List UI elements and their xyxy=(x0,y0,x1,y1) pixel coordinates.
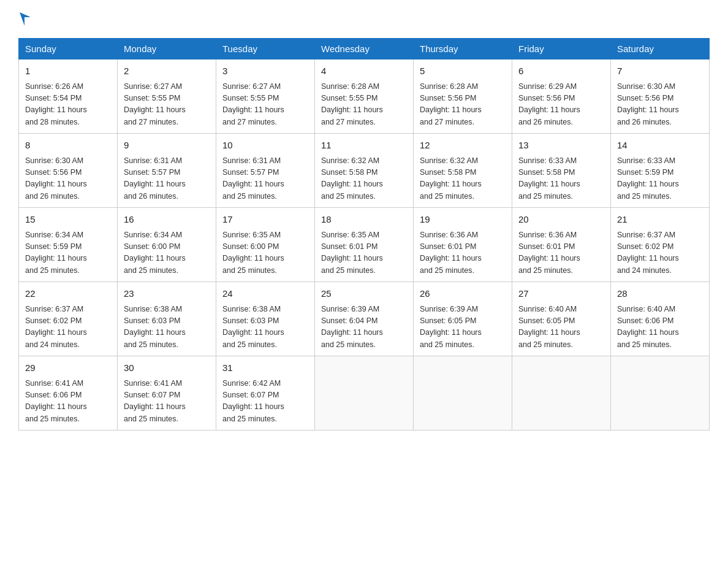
day-info: Sunrise: 6:30 AMSunset: 5:56 PMDaylight:… xyxy=(617,81,703,129)
day-info: Sunrise: 6:39 AMSunset: 6:04 PMDaylight:… xyxy=(321,304,407,351)
day-number: 27 xyxy=(518,287,604,301)
day-number: 30 xyxy=(124,361,210,375)
day-number: 25 xyxy=(321,287,407,301)
calendar-cell: 31Sunrise: 6:42 AMSunset: 6:07 PMDayligh… xyxy=(216,356,315,431)
calendar-cell xyxy=(611,356,710,431)
day-number: 4 xyxy=(321,64,407,79)
calendar-cell: 8Sunrise: 6:30 AMSunset: 5:56 PMDaylight… xyxy=(19,134,118,208)
calendar-header-row: SundayMondayTuesdayWednesdayThursdayFrid… xyxy=(19,39,710,59)
day-info: Sunrise: 6:36 AMSunset: 6:01 PMDaylight:… xyxy=(420,229,506,277)
calendar-week-row: 29Sunrise: 6:41 AMSunset: 6:06 PMDayligh… xyxy=(19,356,710,431)
day-info: Sunrise: 6:38 AMSunset: 6:03 PMDaylight:… xyxy=(124,304,210,351)
day-number: 17 xyxy=(222,213,308,227)
calendar-cell: 24Sunrise: 6:38 AMSunset: 6:03 PMDayligh… xyxy=(216,282,315,356)
day-info: Sunrise: 6:30 AMSunset: 5:56 PMDaylight:… xyxy=(25,155,111,203)
day-number: 15 xyxy=(25,213,111,227)
calendar-day-header: Wednesday xyxy=(315,39,414,59)
day-info: Sunrise: 6:41 AMSunset: 6:06 PMDaylight:… xyxy=(25,378,111,426)
day-info: Sunrise: 6:35 AMSunset: 6:00 PMDaylight:… xyxy=(222,229,308,277)
day-number: 23 xyxy=(124,287,210,301)
day-info: Sunrise: 6:33 AMSunset: 5:58 PMDaylight:… xyxy=(518,155,604,203)
day-number: 12 xyxy=(420,139,506,153)
calendar-cell: 6Sunrise: 6:29 AMSunset: 5:56 PMDaylight… xyxy=(512,59,611,134)
day-info: Sunrise: 6:26 AMSunset: 5:54 PMDaylight:… xyxy=(25,81,111,129)
calendar-week-row: 22Sunrise: 6:37 AMSunset: 6:02 PMDayligh… xyxy=(19,282,710,356)
calendar-cell: 26Sunrise: 6:39 AMSunset: 6:05 PMDayligh… xyxy=(414,282,512,356)
calendar-cell: 7Sunrise: 6:30 AMSunset: 5:56 PMDaylight… xyxy=(611,59,710,134)
day-number: 22 xyxy=(25,287,111,301)
logo-icon xyxy=(20,12,33,26)
page-header xyxy=(18,12,710,26)
day-info: Sunrise: 6:42 AMSunset: 6:07 PMDaylight:… xyxy=(222,378,308,426)
day-info: Sunrise: 6:38 AMSunset: 6:03 PMDaylight:… xyxy=(222,304,308,351)
day-info: Sunrise: 6:34 AMSunset: 5:59 PMDaylight:… xyxy=(25,229,111,277)
calendar-cell: 14Sunrise: 6:33 AMSunset: 5:59 PMDayligh… xyxy=(611,134,710,208)
day-info: Sunrise: 6:35 AMSunset: 6:01 PMDaylight:… xyxy=(321,229,407,277)
day-number: 9 xyxy=(124,139,210,153)
calendar-cell: 27Sunrise: 6:40 AMSunset: 6:05 PMDayligh… xyxy=(512,282,611,356)
day-number: 21 xyxy=(617,213,703,227)
day-info: Sunrise: 6:31 AMSunset: 5:57 PMDaylight:… xyxy=(222,155,308,203)
calendar-cell: 16Sunrise: 6:34 AMSunset: 6:00 PMDayligh… xyxy=(118,208,216,282)
calendar-cell: 21Sunrise: 6:37 AMSunset: 6:02 PMDayligh… xyxy=(611,208,710,282)
day-number: 5 xyxy=(420,64,506,79)
calendar-cell: 25Sunrise: 6:39 AMSunset: 6:04 PMDayligh… xyxy=(315,282,414,356)
calendar-day-header: Friday xyxy=(512,39,611,59)
day-number: 20 xyxy=(518,213,604,227)
calendar-cell xyxy=(414,356,512,431)
calendar-cell: 13Sunrise: 6:33 AMSunset: 5:58 PMDayligh… xyxy=(512,134,611,208)
day-number: 18 xyxy=(321,213,407,227)
day-info: Sunrise: 6:27 AMSunset: 5:55 PMDaylight:… xyxy=(222,81,308,129)
day-info: Sunrise: 6:39 AMSunset: 6:05 PMDaylight:… xyxy=(420,304,506,351)
day-info: Sunrise: 6:37 AMSunset: 6:02 PMDaylight:… xyxy=(617,229,703,277)
day-number: 13 xyxy=(518,139,604,153)
day-number: 1 xyxy=(25,64,111,79)
calendar-cell: 2Sunrise: 6:27 AMSunset: 5:55 PMDaylight… xyxy=(118,59,216,134)
calendar-week-row: 8Sunrise: 6:30 AMSunset: 5:56 PMDaylight… xyxy=(19,134,710,208)
calendar-cell xyxy=(512,356,611,431)
day-info: Sunrise: 6:41 AMSunset: 6:07 PMDaylight:… xyxy=(124,378,210,426)
day-number: 10 xyxy=(222,139,308,153)
calendar-day-header: Sunday xyxy=(19,39,118,59)
calendar-week-row: 15Sunrise: 6:34 AMSunset: 5:59 PMDayligh… xyxy=(19,208,710,282)
day-info: Sunrise: 6:28 AMSunset: 5:55 PMDaylight:… xyxy=(321,81,407,129)
logo xyxy=(18,12,33,26)
day-info: Sunrise: 6:37 AMSunset: 6:02 PMDaylight:… xyxy=(25,304,111,351)
day-info: Sunrise: 6:36 AMSunset: 6:01 PMDaylight:… xyxy=(518,229,604,277)
calendar-day-header: Monday xyxy=(118,39,216,59)
day-info: Sunrise: 6:28 AMSunset: 5:56 PMDaylight:… xyxy=(420,81,506,129)
calendar-day-header: Thursday xyxy=(414,39,512,59)
day-info: Sunrise: 6:33 AMSunset: 5:59 PMDaylight:… xyxy=(617,155,703,203)
calendar-cell: 28Sunrise: 6:40 AMSunset: 6:06 PMDayligh… xyxy=(611,282,710,356)
calendar-cell: 3Sunrise: 6:27 AMSunset: 5:55 PMDaylight… xyxy=(216,59,315,134)
day-number: 8 xyxy=(25,139,111,153)
calendar-cell: 15Sunrise: 6:34 AMSunset: 5:59 PMDayligh… xyxy=(19,208,118,282)
calendar-cell: 4Sunrise: 6:28 AMSunset: 5:55 PMDaylight… xyxy=(315,59,414,134)
day-info: Sunrise: 6:32 AMSunset: 5:58 PMDaylight:… xyxy=(321,155,407,203)
day-number: 11 xyxy=(321,139,407,153)
day-number: 19 xyxy=(420,213,506,227)
day-number: 16 xyxy=(124,213,210,227)
calendar-cell: 11Sunrise: 6:32 AMSunset: 5:58 PMDayligh… xyxy=(315,134,414,208)
day-number: 31 xyxy=(222,361,308,375)
calendar-day-header: Saturday xyxy=(611,39,710,59)
day-number: 26 xyxy=(420,287,506,301)
day-number: 3 xyxy=(222,64,308,79)
day-number: 28 xyxy=(617,287,703,301)
calendar-cell: 30Sunrise: 6:41 AMSunset: 6:07 PMDayligh… xyxy=(118,356,216,431)
day-info: Sunrise: 6:40 AMSunset: 6:06 PMDaylight:… xyxy=(617,304,703,351)
calendar-cell: 19Sunrise: 6:36 AMSunset: 6:01 PMDayligh… xyxy=(414,208,512,282)
calendar-cell: 9Sunrise: 6:31 AMSunset: 5:57 PMDaylight… xyxy=(118,134,216,208)
day-number: 14 xyxy=(617,139,703,153)
day-number: 24 xyxy=(222,287,308,301)
calendar-table: SundayMondayTuesdayWednesdayThursdayFrid… xyxy=(18,38,710,431)
calendar-cell: 17Sunrise: 6:35 AMSunset: 6:00 PMDayligh… xyxy=(216,208,315,282)
calendar-cell: 22Sunrise: 6:37 AMSunset: 6:02 PMDayligh… xyxy=(19,282,118,356)
calendar-cell: 29Sunrise: 6:41 AMSunset: 6:06 PMDayligh… xyxy=(19,356,118,431)
svg-marker-0 xyxy=(20,12,31,26)
calendar-cell: 5Sunrise: 6:28 AMSunset: 5:56 PMDaylight… xyxy=(414,59,512,134)
calendar-cell: 20Sunrise: 6:36 AMSunset: 6:01 PMDayligh… xyxy=(512,208,611,282)
day-info: Sunrise: 6:34 AMSunset: 6:00 PMDaylight:… xyxy=(124,229,210,277)
day-info: Sunrise: 6:32 AMSunset: 5:58 PMDaylight:… xyxy=(420,155,506,203)
day-info: Sunrise: 6:31 AMSunset: 5:57 PMDaylight:… xyxy=(124,155,210,203)
